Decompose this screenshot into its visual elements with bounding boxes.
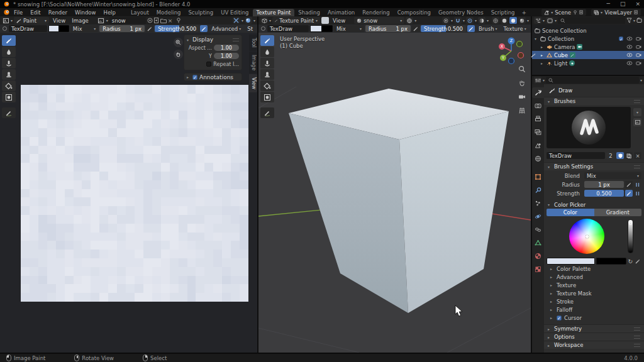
- hide-eye-icon[interactable]: [626, 61, 633, 65]
- secondary-color-swatch[interactable]: [321, 26, 332, 31]
- properties-options-dropdown[interactable]: ▾: [640, 79, 642, 82]
- advanced-menu[interactable]: Advanced ▾: [209, 26, 243, 32]
- cube-right-face[interactable]: [399, 111, 509, 313]
- drag-handle[interactable]: [634, 327, 640, 331]
- fake-user-icon[interactable]: [147, 18, 153, 23]
- collection-checkbox[interactable]: ✓: [619, 36, 623, 41]
- value-slider-knob[interactable]: [629, 222, 632, 225]
- outliner-row-light[interactable]: ▸ Light: [532, 59, 644, 67]
- radius-pressure-toggle[interactable]: [412, 25, 419, 32]
- add-workspace-button[interactable]: +: [518, 9, 530, 16]
- tab-rendering[interactable]: Rendering: [358, 9, 393, 16]
- tab-texture-properties[interactable]: [532, 264, 544, 275]
- texture-menu[interactable]: Texture ▾: [501, 26, 529, 32]
- tab-tool-properties[interactable]: [532, 87, 544, 98]
- tab-material-properties[interactable]: [532, 251, 544, 261]
- subpanel-texture[interactable]: ▸Texture: [544, 281, 644, 289]
- blend-mode-dropdown[interactable]: Mix ▾: [70, 25, 98, 32]
- texture-slot-dropdown[interactable]: snow ▾: [354, 17, 404, 24]
- overlays-dropdown[interactable]: [245, 17, 252, 24]
- pan-view-button[interactable]: [518, 79, 526, 87]
- brush-datablock-icon[interactable]: [261, 26, 265, 31]
- tab-sculpting[interactable]: Sculpting: [184, 9, 217, 16]
- tab-compositing[interactable]: Compositing: [394, 9, 435, 16]
- hide-eye-icon[interactable]: [626, 45, 633, 49]
- expand-arrow[interactable]: ▸: [541, 45, 545, 49]
- primary-color-swatch[interactable]: [547, 258, 595, 265]
- view-layer-selector[interactable]: ▾ ViewLayer: [591, 9, 641, 16]
- shading-solid-button[interactable]: [501, 17, 508, 24]
- sidebar-tab-image[interactable]: Image: [249, 52, 257, 74]
- tab-scripting[interactable]: Scripting: [487, 9, 519, 16]
- drag-handle[interactable]: [634, 344, 640, 347]
- unlink-image-icon[interactable]: ×: [168, 18, 173, 24]
- overlay-dropdown[interactable]: [478, 17, 486, 24]
- duplicate-brush-button[interactable]: [625, 152, 633, 159]
- radius-pressure-toggle[interactable]: [625, 181, 633, 188]
- expand-arrow[interactable]: ▾: [535, 36, 538, 41]
- properties-editor-dropdown[interactable]: [534, 77, 541, 84]
- strength-pressure-toggle[interactable]: [625, 190, 633, 197]
- strength-slider[interactable]: 0.500: [584, 190, 624, 197]
- brush-preview-dropdown[interactable]: ▾: [633, 108, 641, 116]
- mode-dropdown[interactable]: Texture Paint ▾: [272, 17, 320, 24]
- brush-name-field[interactable]: TexDraw: [9, 25, 47, 32]
- panel-options[interactable]: ▸ Options: [544, 332, 644, 341]
- cube-left-face[interactable]: [289, 113, 408, 313]
- hide-eye-icon[interactable]: [626, 53, 633, 57]
- menu-file[interactable]: File: [10, 9, 26, 16]
- snow-texture-canvas[interactable]: [21, 85, 248, 302]
- annotations-panel-header[interactable]: ▸ ✓ Annotations: [184, 73, 242, 81]
- color-tab[interactable]: Color: [547, 209, 594, 216]
- channels-dropdown[interactable]: [233, 17, 240, 24]
- pivot-dropdown[interactable]: [442, 17, 450, 24]
- tool-clone-button[interactable]: [2, 69, 16, 80]
- tab-constraint-properties[interactable]: [532, 224, 544, 235]
- camera-view-button[interactable]: [518, 93, 526, 101]
- close-button[interactable]: ×: [635, 0, 640, 8]
- scene-selector[interactable]: ▾ Scene: [541, 9, 586, 16]
- display-panel-header[interactable]: ▾ Display: [184, 36, 242, 43]
- orientation-dropdown[interactable]: [406, 17, 413, 24]
- viewport-canvas[interactable]: User Perspective (1) Cube: [258, 33, 531, 353]
- panel-symmetry[interactable]: ▸ Symmetry: [544, 324, 644, 332]
- paint-mode-dropdown[interactable]: Paint ▾: [14, 17, 49, 24]
- tab-world-properties[interactable]: [532, 153, 544, 164]
- tool-mask-button[interactable]: [260, 92, 274, 102]
- outliner-editor-dropdown[interactable]: [534, 17, 541, 24]
- gradient-tab[interactable]: Gradient: [594, 209, 642, 216]
- tab-output-properties[interactable]: [532, 114, 544, 124]
- tool-soften-button[interactable]: [2, 47, 16, 57]
- filter-icon[interactable]: [626, 18, 632, 23]
- disable-render-camera-icon[interactable]: [636, 53, 641, 57]
- tab-object-data-properties[interactable]: [532, 238, 544, 248]
- strength-decorator[interactable]: [634, 190, 641, 197]
- blender-menu-icon[interactable]: [3, 9, 10, 15]
- browse-image-dropdown[interactable]: [97, 17, 105, 24]
- perspective-toggle-button[interactable]: [518, 107, 526, 114]
- proportional-edit-toggle[interactable]: [466, 17, 474, 24]
- tab-object-properties[interactable]: [532, 172, 544, 182]
- tab-shading[interactable]: Shading: [294, 9, 324, 16]
- secondary-color-swatch[interactable]: [596, 258, 627, 265]
- color-wheel-cursor[interactable]: [586, 235, 589, 238]
- menu-edit[interactable]: Edit: [26, 9, 44, 16]
- tab-uv-editing[interactable]: UV Editing: [217, 9, 252, 16]
- new-collection-icon[interactable]: [636, 18, 642, 23]
- tool-clone-button[interactable]: [260, 69, 274, 80]
- subpanel-stroke[interactable]: ▸Stroke: [544, 297, 644, 305]
- brush-name-field[interactable]: TexDraw: [547, 152, 605, 159]
- tab-geometry-nodes[interactable]: Geometry Nodes: [435, 9, 487, 16]
- tool-mask-button[interactable]: [2, 92, 16, 102]
- color-picker-panel-header[interactable]: ▾ Color Picker: [544, 200, 644, 209]
- image-name-field[interactable]: snow: [109, 17, 146, 24]
- tool-annotate-button[interactable]: [260, 107, 274, 118]
- menu-window[interactable]: Window: [71, 9, 100, 16]
- brush-color-swatches[interactable]: [310, 25, 333, 32]
- subpanel-texture-mask[interactable]: ▸Texture Mask: [544, 289, 644, 297]
- annotations-checkbox[interactable]: ✓: [192, 75, 197, 80]
- menu-render[interactable]: Render: [45, 9, 71, 16]
- sidebar-tab-view[interactable]: View: [249, 74, 257, 92]
- stroke-menu-cut[interactable]: St: [245, 26, 255, 32]
- brush-datablock-icon[interactable]: [3, 26, 7, 31]
